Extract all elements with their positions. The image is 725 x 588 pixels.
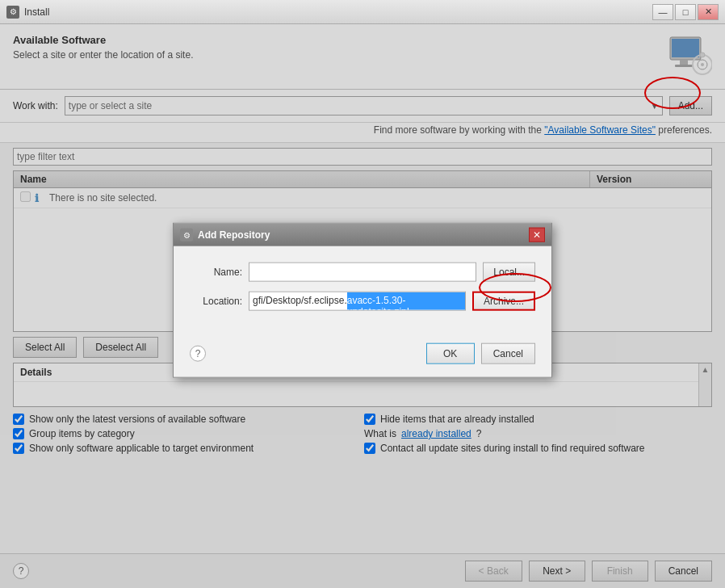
dialog-title-left: ⚙ Add Repository — [180, 229, 270, 242]
app-icon: ⚙ — [6, 6, 19, 19]
minimize-button[interactable]: — — [652, 4, 673, 20]
location-input-part2: avacc-1.5.30-updatesite.zip! — [347, 292, 465, 310]
location-row: Location: gfi/Desktop/sf.eclipse. avacc-… — [190, 292, 535, 311]
dialog-cancel-button[interactable]: Cancel — [481, 343, 535, 364]
location-input-wrapper[interactable]: gfi/Desktop/sf.eclipse. avacc-1.5.30-upd… — [249, 292, 466, 311]
dialog-content: Name: Local... Location: gfi/Desktop/sf.… — [174, 246, 551, 337]
name-input[interactable] — [249, 262, 476, 282]
dialog-ok-button[interactable]: OK — [426, 343, 475, 364]
title-bar: ⚙ Install — □ ✕ — [0, 0, 725, 24]
maximize-button[interactable]: □ — [675, 4, 696, 20]
dialog-title-bar: ⚙ Add Repository ✕ — [174, 224, 551, 246]
close-button[interactable]: ✕ — [698, 4, 719, 20]
add-repository-dialog: ⚙ Add Repository ✕ Name: Local... Locati… — [173, 223, 552, 378]
window-title: Install — [24, 6, 49, 18]
dialog-help-icon[interactable]: ? — [190, 346, 206, 362]
name-row: Name: Local... — [190, 262, 535, 282]
dialog-icon: ⚙ — [180, 229, 193, 242]
dialog-close-button[interactable]: ✕ — [529, 228, 545, 242]
dialog-footer-right: OK Cancel — [426, 343, 535, 364]
location-label: Location: — [190, 296, 242, 307]
location-input-part1: gfi/Desktop/sf.eclipse. — [249, 292, 347, 310]
window-controls: — □ ✕ — [652, 4, 719, 20]
dialog-title: Add Repository — [198, 229, 270, 241]
local-button[interactable]: Local... — [483, 262, 535, 282]
name-label: Name: — [190, 267, 242, 278]
archive-button[interactable]: Archive... — [472, 292, 535, 311]
dialog-footer: ? OK Cancel — [174, 337, 551, 377]
